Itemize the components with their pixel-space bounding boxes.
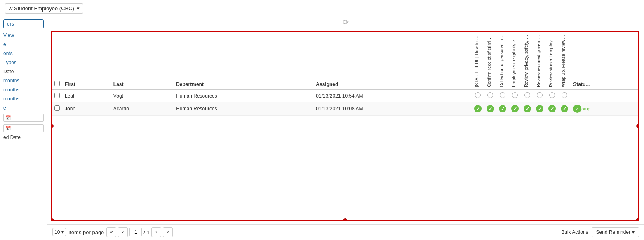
sidebar-item-view[interactable]: View [3,32,44,39]
top-bar: w Student Employee (CBC) ▾ [0,0,644,17]
date-input-1[interactable]: 📅 [3,114,44,122]
col-student-employment: Review student employment polic... [546,32,558,89]
radio-circle [487,92,493,98]
cell-check-7 [546,89,558,102]
send-reminder-button[interactable]: Send Reminder ▾ [592,227,639,237]
col-start-here: [START HERE] How to use this pro... [472,32,484,89]
cell-department: Human Resources [174,89,313,102]
col-department: Department [174,32,313,89]
prev-page-button[interactable]: ‹ [118,227,128,237]
col-assigned: Assigned [313,32,472,89]
checkmark-icon: ✓ [561,105,568,112]
radio-circle [562,92,567,98]
row-checkbox-cell[interactable] [52,89,62,102]
cell-check-3: ✓ [496,102,509,116]
cell-department: Human Resources [174,102,313,116]
cell-check-2 [484,89,496,102]
cell-assigned: 01/13/2021 10:08 AM [313,102,472,116]
cell-check-6: ✓ [534,102,546,116]
dropdown-label: w Student Employee (CBC) [9,5,74,12]
col-first: First [62,32,111,89]
data-panel: First Last Department Assigned [START HE… [51,31,639,221]
sidebar-item-months2[interactable]: months [3,86,44,93]
sidebar-item-date: Date [3,68,44,75]
sidebar-item-e2[interactable]: e [3,104,44,112]
col-employment-eligibility: Employment eligibility verification... [509,32,521,89]
cell-check-7: ✓ [546,102,558,116]
last-page-button[interactable]: » [163,227,173,237]
radio-circle [537,92,543,98]
cell-check-4: ✓ [509,102,521,116]
cell-first: John [62,102,111,116]
select-all-header[interactable] [52,32,62,89]
cell-status [571,89,638,102]
per-page-select[interactable]: 10 ▾ [52,228,66,236]
send-reminder-chevron-icon: ▾ [632,229,635,235]
sidebar-item-e[interactable]: e [3,41,44,48]
sidebar-item-months3[interactable]: months [3,95,44,103]
cell-check-8 [558,89,571,102]
page-separator: / [143,229,145,235]
resize-handle-top[interactable]: ⟳ [47,17,644,28]
row-checkbox-cell[interactable] [52,102,62,116]
cell-check-1: ✓ [472,102,484,116]
col-required-govt: Review required government emp... [534,32,546,89]
checkmark-icon: ✓ [499,105,506,112]
checkmark-icon: ✓ [536,105,543,112]
radio-circle [475,92,481,98]
cell-check-8: ✓ [558,102,571,116]
col-last: Last [111,32,174,89]
employees-table: First Last Department Assigned [START HE… [52,32,638,116]
row-checkbox[interactable] [54,105,60,111]
sidebar-item-ents[interactable]: ents [3,50,44,57]
page-total: 1 [147,229,150,235]
chevron-down-icon: ▾ [77,5,80,12]
col-criminal-bg: Confirm receipt of criminal backgr... [484,32,496,89]
cell-check-5 [521,89,534,102]
filters-button[interactable]: ers [3,19,44,28]
sidebar-ed-date: ed Date [3,134,44,141]
row-checkbox[interactable] [54,93,60,98]
col-wrap-up: Wrap up. Please review this final t... [558,32,571,89]
radio-circle [549,92,555,98]
select-all-checkbox[interactable] [54,81,60,86]
send-reminder-label: Send Reminder [596,229,630,235]
date-input-2[interactable]: 📅 [3,124,44,132]
radio-circle [512,92,518,98]
pagination-left: 10 ▾ items per page « ‹ / 1 › » [52,227,173,237]
cell-first: Leah [62,89,111,102]
sidebar-item-types[interactable]: Types [3,59,44,66]
main-layout: ers View e ents Types Date months months… [0,17,644,240]
table-footer: 10 ▾ items per page « ‹ / 1 › » Bulk Act… [47,224,644,240]
status-complete-icon: ✓ [573,105,581,113]
main-content: ⟳ First [47,17,644,240]
checkmark-icon: ✓ [474,105,482,112]
cell-check-5: ✓ [521,102,534,116]
cell-last: Vogt [111,89,174,102]
col-review-privacy: Review, privacy, safety, and securi... [521,32,534,89]
checkmark-icon: ✓ [487,105,494,112]
employee-type-dropdown[interactable]: w Student Employee (CBC) ▾ [5,3,83,14]
cell-check-2: ✓ [484,102,496,116]
checkmark-icon: ✓ [548,105,556,112]
col-personal-info: Collection of personal informatio... [496,32,509,89]
cell-check-1 [472,89,484,102]
cell-last: Acardo [111,102,174,116]
sidebar-item-months1[interactable]: months [3,77,44,84]
table-wrapper: First Last Department Assigned [START HE… [52,32,638,220]
pagination-controls: « ‹ / 1 › » [106,227,173,237]
col-status: Statu... [571,32,638,89]
per-page-label: items per page [68,229,104,235]
per-page-chevron-icon: ▾ [61,229,64,235]
first-page-button[interactable]: « [106,227,116,237]
cell-assigned: 01/13/2021 10:54 AM [313,89,472,102]
page-number-input[interactable] [129,228,142,236]
radio-circle [524,92,530,98]
bulk-actions-label: Bulk Actions [561,229,588,235]
next-page-button[interactable]: › [151,227,161,237]
table-row: John Acardo Human Resources 01/13/2021 1… [52,102,638,116]
cell-check-3 [496,89,509,102]
cell-status: ✓omp [571,102,638,116]
table-row: Leah Vogt Human Resources 01/13/2021 10:… [52,89,638,102]
calendar-icon: 📅 [5,115,11,121]
